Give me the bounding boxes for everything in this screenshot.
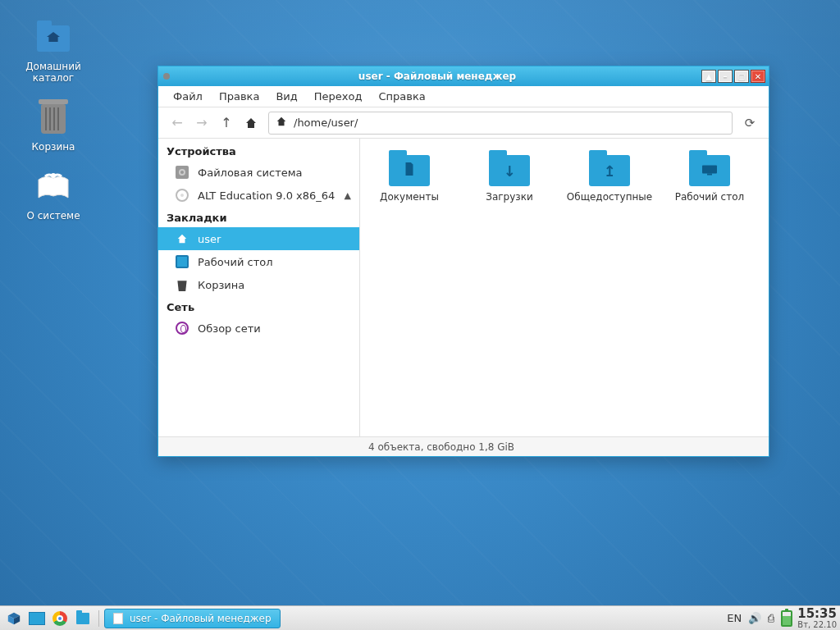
globe-icon	[175, 321, 189, 336]
desktop-icon-label: Корзина	[32, 141, 75, 153]
desktop-icon-trash[interactable]: Корзина	[8, 95, 98, 164]
forward-button[interactable]: →	[189, 112, 214, 135]
clock-time: 15:35	[797, 607, 837, 621]
sidebar-item-label: Обзор сети	[198, 322, 261, 335]
path-bar[interactable]: /home/user/	[268, 112, 733, 135]
desktop-icons: Домашний каталог Корзина О системе	[8, 15, 98, 233]
clock[interactable]: 15:35 Вт, 22.10	[797, 607, 837, 630]
sidebar-item-label: Корзина	[198, 279, 244, 291]
shade-button[interactable]: ▲	[701, 70, 716, 83]
svg-rect-2	[707, 174, 712, 176]
folder-icon: ↓	[489, 155, 530, 186]
sidebar-item-user[interactable]: user	[158, 227, 359, 250]
maximize-button[interactable]: ▢	[734, 70, 749, 83]
taskbar-task-file-manager[interactable]: user - Файловый менеджер	[104, 609, 281, 628]
desktop-icon	[175, 254, 189, 269]
cd-icon	[175, 188, 189, 203]
trash-icon	[41, 104, 66, 134]
sidebar-item-label: Рабочий стол	[198, 256, 272, 268]
system-tray: EN 🔊 ⎙	[727, 610, 792, 627]
folder-icon	[689, 155, 730, 186]
toolbar: ← → ↑ /home/user/ ⟳	[158, 107, 769, 139]
path-text: /home/user/	[294, 116, 358, 129]
folder-label: Документы	[380, 191, 439, 203]
folder-icon: ↥	[589, 155, 630, 186]
keyboard-layout-indicator[interactable]: EN	[727, 612, 742, 624]
folder-label: Загрузки	[486, 191, 533, 203]
taskbar: user - Файловый менеджер EN 🔊 ⎙ 15:35 Вт…	[0, 605, 840, 630]
sidebar-item-label: Файловая система	[198, 167, 303, 179]
sidebar: Устройства Файловая система ALT Educatio…	[158, 139, 360, 436]
file-manager-window: user - Файловый менеджер ▲ – ▢ ✕ Файл Пр…	[158, 66, 769, 457]
clock-date: Вт, 22.10	[797, 620, 837, 629]
reload-button[interactable]: ⟳	[737, 112, 762, 135]
folder-icon	[389, 155, 430, 186]
workspace-icon	[29, 612, 45, 625]
menu-view[interactable]: Вид	[267, 87, 305, 106]
status-bar: 4 объекта, свободно 1,8 GiB	[158, 436, 769, 456]
browser-launcher[interactable]	[49, 609, 71, 628]
desktop-icon-home[interactable]: Домашний каталог	[8, 15, 98, 95]
sidebar-item-label: ALT Education 9.0 x86_64	[198, 189, 335, 202]
taskbar-separator	[98, 610, 99, 627]
folder-label: Рабочий стол	[675, 191, 744, 203]
folder-icon	[76, 613, 89, 624]
sidebar-header-devices: Устройства	[158, 140, 359, 161]
folder-item-downloads[interactable]: ↓ Загрузки	[467, 152, 552, 206]
home-icon	[276, 116, 287, 130]
sidebar-header-bookmarks: Закладки	[158, 207, 359, 227]
sidebar-item-network[interactable]: Обзор сети	[158, 317, 359, 340]
up-button[interactable]: ↑	[214, 112, 239, 135]
folder-item-desktop[interactable]: Рабочий стол	[667, 152, 752, 206]
status-text: 4 объекта, свободно 1,8 GiB	[368, 441, 514, 453]
start-menu-button[interactable]	[3, 609, 25, 628]
window-menu-icon[interactable]	[163, 73, 170, 80]
home-icon	[244, 116, 258, 130]
sidebar-header-network: Сеть	[158, 296, 359, 317]
menu-edit[interactable]: Правка	[211, 87, 267, 106]
trash-icon	[175, 277, 189, 292]
file-manager-launcher[interactable]	[72, 609, 94, 628]
menu-help[interactable]: Справка	[370, 87, 433, 106]
menu-file[interactable]: Файл	[165, 87, 211, 106]
folder-item-public[interactable]: ↥ Общедоступные	[567, 152, 652, 206]
sidebar-item-label: user	[198, 233, 221, 245]
eject-icon[interactable]: ▲	[345, 190, 351, 201]
svg-rect-1	[702, 166, 717, 174]
volume-icon[interactable]: 🔊	[748, 612, 761, 624]
window-icon	[113, 613, 123, 624]
sidebar-item-filesystem[interactable]: Файловая система	[158, 161, 359, 184]
sidebar-item-trash[interactable]: Корзина	[158, 273, 359, 296]
disk-icon	[175, 165, 189, 180]
chrome-icon	[52, 611, 67, 626]
close-button[interactable]: ✕	[751, 70, 765, 83]
sidebar-item-cdrom[interactable]: ALT Education 9.0 x86_64 ▲	[158, 184, 359, 207]
window-titlebar[interactable]: user - Файловый менеджер ▲ – ▢ ✕	[158, 66, 769, 86]
folder-item-documents[interactable]: Документы	[367, 152, 452, 206]
taskbar-task-label: user - Файловый менеджер	[130, 613, 272, 624]
folder-view[interactable]: Документы ↓ Загрузки ↥ Общедоступные Раб…	[360, 139, 769, 436]
desktop-icon-label: Домашний каталог	[10, 61, 97, 84]
desktop-icon-about[interactable]: О системе	[8, 164, 98, 233]
minimize-button[interactable]: –	[718, 70, 733, 83]
folder-label: Общедоступные	[567, 191, 652, 203]
home-folder-icon	[37, 25, 70, 52]
sidebar-item-desktop[interactable]: Рабочий стол	[158, 250, 359, 273]
menu-bar: Файл Правка Вид Переход Справка	[158, 86, 769, 107]
home-button[interactable]	[239, 112, 263, 135]
menu-go[interactable]: Переход	[306, 87, 371, 106]
svg-point-0	[51, 173, 56, 178]
workspace-switcher[interactable]	[26, 609, 48, 628]
battery-icon[interactable]	[781, 610, 792, 627]
window-title: user - Файловый менеджер	[175, 71, 700, 82]
desktop-icon-label: О системе	[26, 210, 80, 221]
back-button[interactable]: ←	[165, 112, 189, 135]
notification-icon[interactable]: ⎙	[768, 612, 774, 624]
menu-cube-icon	[7, 611, 21, 626]
about-book-icon	[35, 173, 71, 203]
home-icon	[175, 231, 189, 246]
